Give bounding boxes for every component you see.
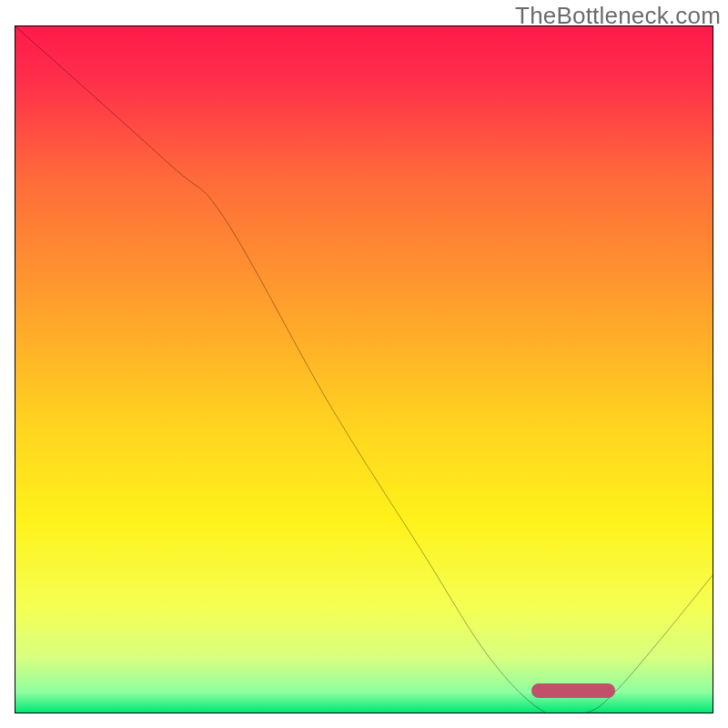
watermark-text: TheBottleneck.com [515, 2, 721, 30]
bottleneck-curve-path [15, 26, 713, 713]
plot-area [15, 25, 713, 713]
bottleneck-chart: TheBottleneck.com [0, 0, 728, 728]
optimum-marker [531, 683, 615, 698]
curve-layer [15, 26, 713, 713]
